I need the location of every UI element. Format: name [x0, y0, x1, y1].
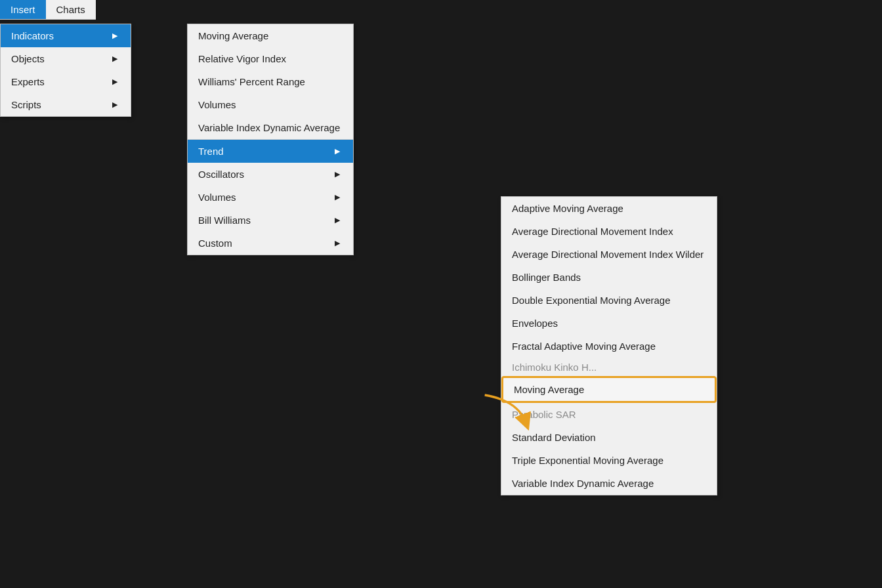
ind-trend[interactable]: Trend ▶: [188, 140, 353, 163]
trend-dropdown: Adaptive Moving Average Average Directio…: [501, 196, 717, 495]
trend-bollinger[interactable]: Bollinger Bands: [501, 266, 717, 289]
trend-dema[interactable]: Double Exponential Moving Average: [501, 289, 717, 312]
insert-experts-item[interactable]: Experts ▶: [1, 70, 131, 93]
arrow-icon: ▶: [112, 54, 117, 63]
trend-envelopes[interactable]: Envelopes: [501, 312, 717, 335]
menubar: Insert Charts: [0, 0, 96, 20]
indicators-dropdown: Moving Average Relative Vigor Index Will…: [187, 24, 354, 255]
trend-vidya[interactable]: Variable Index Dynamic Average: [501, 472, 717, 495]
arrow-icon: ▶: [335, 170, 340, 178]
ind-variable-index[interactable]: Variable Index Dynamic Average: [188, 116, 353, 139]
arrow-icon: ▶: [112, 77, 117, 86]
ind-custom[interactable]: Custom ▶: [188, 232, 353, 255]
ind-volumes2[interactable]: Volumes ▶: [188, 186, 353, 209]
trend-adaptive-ma[interactable]: Adaptive Moving Average: [501, 197, 717, 220]
menu-insert[interactable]: Insert: [0, 0, 46, 19]
arrow-icon: ▶: [112, 32, 117, 40]
trend-tema[interactable]: Triple Exponential Moving Average: [501, 449, 717, 472]
arrow-icon: ▶: [335, 216, 340, 224]
arrow-icon: ▶: [112, 100, 117, 109]
ind-oscillators[interactable]: Oscillators ▶: [188, 163, 353, 186]
ind-moving-average[interactable]: Moving Average: [188, 24, 353, 47]
menu-charts[interactable]: Charts: [46, 0, 96, 19]
ind-volumes[interactable]: Volumes: [188, 93, 353, 116]
trend-frama[interactable]: Fractal Adaptive Moving Average: [501, 335, 717, 358]
insert-objects-item[interactable]: Objects ▶: [1, 47, 131, 70]
arrow-icon: ▶: [335, 147, 340, 156]
trend-admiw[interactable]: Average Directional Movement Index Wilde…: [501, 243, 717, 266]
ind-bill-williams[interactable]: Bill Williams ▶: [188, 209, 353, 232]
trend-admi[interactable]: Average Directional Movement Index: [501, 220, 717, 243]
arrow-icon: ▶: [335, 239, 340, 247]
annotation-arrow: [474, 388, 539, 434]
insert-dropdown: Indicators ▶ Objects ▶ Experts ▶ Scripts…: [0, 24, 131, 117]
insert-scripts-item[interactable]: Scripts ▶: [1, 93, 131, 116]
ind-williams-percent[interactable]: Williams' Percent Range: [188, 70, 353, 93]
insert-indicators-item[interactable]: Indicators ▶: [1, 24, 131, 47]
ind-relative-vigor[interactable]: Relative Vigor Index: [188, 47, 353, 70]
arrow-icon: ▶: [335, 193, 340, 201]
trend-ichimoku[interactable]: Ichimoku Kinko H...: [501, 358, 717, 376]
